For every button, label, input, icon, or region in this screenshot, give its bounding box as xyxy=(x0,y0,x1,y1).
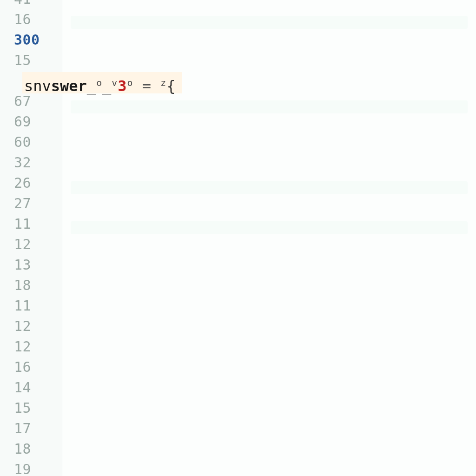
line-number[interactable]: 12 xyxy=(0,316,62,337)
code-token: = xyxy=(133,77,160,95)
code-token: swer xyxy=(51,77,87,95)
line-number[interactable]: 16 xyxy=(0,357,62,377)
line-number[interactable]: 60 xyxy=(0,132,62,152)
line-number[interactable]: 12 xyxy=(0,234,62,255)
line-number[interactable]: 15 xyxy=(0,50,62,71)
code-token: { xyxy=(166,77,175,95)
highlight-band xyxy=(71,16,468,29)
highlight-band xyxy=(71,221,468,234)
code-token: o xyxy=(127,78,133,88)
line-number[interactable]: 11 xyxy=(0,214,62,234)
code-token: z xyxy=(160,78,166,88)
code-token: 3 xyxy=(118,77,126,95)
line-number[interactable]: 16 xyxy=(0,9,62,30)
code-token: o xyxy=(96,78,102,88)
line-number[interactable]: 12 xyxy=(0,337,62,357)
line-number[interactable]: 32 xyxy=(0,152,62,173)
line-number[interactable]: 18 xyxy=(0,275,62,296)
line-number[interactable]: 69 xyxy=(0,112,62,132)
line-number[interactable]: 27 xyxy=(0,193,62,214)
line-number[interactable]: 41 xyxy=(0,0,62,9)
line-number[interactable]: 13 xyxy=(0,255,62,275)
code-line-highlighted[interactable]: snvswer_o_v3o = z{ xyxy=(22,72,182,93)
line-number[interactable]: 19 xyxy=(0,459,62,476)
line-number[interactable]: 18 xyxy=(0,439,62,459)
code-token: snv xyxy=(24,77,51,95)
code-token: _ xyxy=(102,77,111,95)
line-number[interactable]: 15 xyxy=(0,398,62,418)
line-number[interactable]: 14 xyxy=(0,377,62,398)
code-token: _ xyxy=(87,77,96,95)
code-token: v xyxy=(112,78,117,88)
line-number[interactable]: 26 xyxy=(0,173,62,193)
editor-content[interactable] xyxy=(62,0,476,476)
line-number[interactable]: 11 xyxy=(0,296,62,316)
line-number-gutter: 4116300156769603226271112131811121216141… xyxy=(0,0,62,476)
highlight-band xyxy=(71,181,468,194)
highlight-band xyxy=(71,100,468,113)
line-number[interactable]: 300 xyxy=(0,30,62,50)
line-number[interactable]: 17 xyxy=(0,418,62,439)
